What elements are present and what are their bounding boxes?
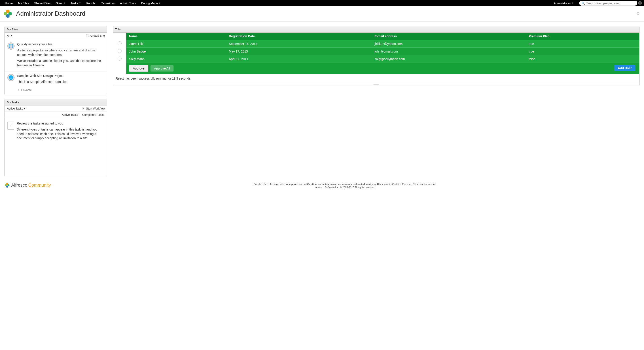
start-workflow-link[interactable]: ⚑ Start Workflow [82, 107, 105, 110]
svg-point-7 [5, 184, 7, 186]
top-nav: HomeMy FilesShared FilesSites▼Tasks▼Peop… [0, 0, 644, 6]
cell-email: jhlilk22@yahoo.com [372, 40, 526, 48]
footer: Alfresco Community Supplied free of char… [0, 181, 644, 190]
column-header[interactable]: Premium Plan [526, 33, 639, 40]
cell-email: john@gmail.com [372, 48, 526, 55]
chevron-down-icon: ▼ [159, 2, 161, 4]
globe-icon: 🌐 [8, 42, 14, 50]
user-menu[interactable]: Administrator▼ [551, 0, 577, 6]
nav-item-admin-tools[interactable]: Admin Tools [118, 0, 139, 6]
nav-item-people[interactable]: People [84, 0, 98, 6]
page-header: Administrator Dashboard ⚙ [0, 6, 644, 22]
chevron-down-icon: ▼ [572, 2, 574, 4]
alfresco-link[interactable]: Alfresco [376, 183, 386, 186]
resize-handle[interactable] [113, 83, 639, 86]
tasks-intro-title: Review the tasks assigned to you [17, 122, 104, 125]
column-header[interactable]: Registration Date [226, 33, 372, 40]
my-tasks-dashlet: My Tasks Active Tasks▾ ⚑ Start Workflow … [4, 99, 107, 176]
partners-link[interactable]: Certified Partners [392, 183, 412, 186]
tab-completed-tasks[interactable]: Completed Tasks [82, 113, 104, 116]
alfresco-logo-icon [4, 183, 10, 188]
row-radio[interactable] [118, 41, 122, 45]
table-row[interactable]: Jimmi LilkiSeptember 14, 2013jhlilk22@ya… [113, 40, 639, 48]
svg-point-3 [4, 12, 8, 15]
search-input[interactable] [586, 1, 635, 5]
cell-premium: true [526, 40, 639, 48]
sites-intro-title: Quickly access your sites [17, 42, 104, 46]
sites-filter-dropdown[interactable]: All▾ [7, 34, 12, 37]
nav-item-tasks[interactable]: Tasks▼ [68, 0, 84, 6]
cell-name: Jimmi Lilki [126, 40, 226, 48]
add-user-button[interactable]: Add User [614, 65, 635, 71]
row-radio[interactable] [118, 56, 122, 60]
favorite-toggle[interactable]: ★ Favorite [5, 88, 107, 93]
nav-item-home[interactable]: Home [2, 0, 16, 6]
close-icon[interactable]: ⓧ [638, 1, 642, 5]
nav-item-my-files[interactable]: My Files [16, 0, 32, 6]
my-sites-dashlet: My Sites All▾ Create Site 🌐 Quickly acce… [4, 26, 107, 95]
cell-email: sally@sallymann.com [372, 55, 526, 63]
star-icon: ★ [17, 88, 20, 92]
clipboard-icon: ✓ [8, 122, 14, 130]
chevron-down-icon: ▾ [24, 107, 26, 110]
sites-intro-text: We've included a sample site for you. Us… [17, 59, 104, 67]
nav-item-sites[interactable]: Sites▼ [53, 0, 68, 6]
sample-site-link[interactable]: Sample: Web Site Design Project [17, 74, 104, 77]
workflow-icon: ⚑ [82, 107, 85, 110]
dashlet-title: Title [113, 26, 639, 33]
tasks-filter-dropdown[interactable]: Active Tasks▾ [7, 107, 26, 110]
row-radio[interactable] [118, 49, 122, 53]
globe-icon: 🌐 [8, 74, 14, 81]
dashlet-title: My Sites [5, 26, 107, 33]
cell-name: John Badger [126, 48, 226, 55]
react-status-text: React has been successfully running for … [113, 74, 639, 83]
chevron-down-icon: ▼ [63, 2, 65, 4]
footer-disclaimer: Supplied free of charge with no support,… [51, 183, 640, 186]
cell-date: April 11, 2011 [226, 55, 372, 63]
footer-logo: Alfresco Community [4, 183, 51, 188]
column-header[interactable]: Name [126, 33, 226, 40]
approve-all-button[interactable]: Approve All [150, 65, 174, 71]
search-icon: 🔍 [582, 1, 585, 5]
nav-item-debug-menu[interactable]: Debug Menu▼ [138, 0, 163, 6]
search-box[interactable]: 🔍 [579, 1, 637, 5]
alfresco-logo-icon [3, 9, 12, 18]
sites-intro-text: A site is a project area where you can s… [17, 48, 104, 57]
table-row[interactable]: Sally MannApril 11, 2011sally@sallymann.… [113, 55, 639, 63]
cell-date: May 17, 2013 [226, 48, 372, 55]
globe-icon [86, 34, 89, 37]
gear-icon[interactable]: ⚙ [636, 11, 640, 16]
cell-name: Sally Mann [126, 55, 226, 63]
table-row[interactable]: John BadgerMay 17, 2013john@gmail.comtru… [113, 48, 639, 55]
cell-premium: false [526, 55, 639, 63]
chevron-down-icon: ▼ [79, 2, 81, 4]
page-title: Administrator Dashboard [16, 10, 636, 17]
tasks-intro-body: Different types of tasks can appear in t… [17, 127, 104, 141]
sample-site-desc: This is a Sample Alfresco Team site. [17, 80, 104, 84]
approve-button[interactable]: Approve [129, 65, 148, 72]
create-site-link[interactable]: Create Site [86, 34, 105, 37]
tab-active-tasks[interactable]: Active Tasks [62, 113, 78, 116]
column-header[interactable]: E-mail address [372, 33, 526, 40]
nav-item-shared-files[interactable]: Shared Files [32, 0, 53, 6]
footer-copyright: Alfresco Software Inc. © 2005-2016 All r… [51, 186, 640, 189]
title-dashlet: Title NameRegistration DateE-mail addres… [113, 26, 640, 86]
cell-premium: true [526, 48, 639, 55]
cell-date: September 14, 2013 [226, 40, 372, 48]
dashlet-title: My Tasks [5, 99, 107, 105]
nav-item-repository[interactable]: Repository [98, 0, 118, 6]
chevron-down-icon: ▾ [11, 34, 12, 37]
